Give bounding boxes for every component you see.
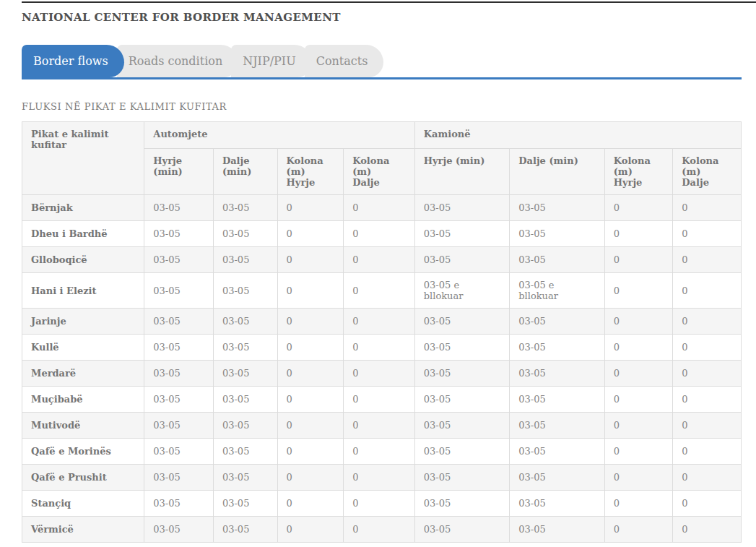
cell-value: 0 <box>344 335 415 361</box>
column-header-queue-entry: Kolona (m) Hyrje <box>277 149 344 195</box>
cell-value: 03-05 <box>414 361 509 387</box>
cell-value: 03-05 <box>144 195 214 221</box>
cell-value: 03-05 <box>144 335 214 361</box>
table-row: Qafë e Morinës03-0503-050003-0503-0500 <box>22 439 742 465</box>
crossing-point-name: Dheu i Bardhë <box>22 221 144 247</box>
table-row: Bërnjak03-0503-050003-0503-0500 <box>22 195 742 221</box>
cell-value: 0 <box>673 195 742 221</box>
cell-value: 03-05 <box>414 413 509 439</box>
cell-value: 0 <box>673 361 742 387</box>
cell-value: 03-05 <box>144 413 214 439</box>
cell-value: 03-05 <box>510 309 604 335</box>
tab-roads-condition[interactable]: Roads condition <box>117 45 239 77</box>
cell-value: 0 <box>277 439 344 465</box>
table-row: Mutivodë03-0503-050003-0503-0500 <box>22 413 742 439</box>
cell-value: 0 <box>277 273 344 309</box>
page-title: NATIONAL CENTER FOR BORDER MANAGEMENT <box>22 11 756 24</box>
crossing-point-name: Merdarë <box>22 361 144 387</box>
cell-value: 0 <box>344 465 415 491</box>
cell-value: 03-05 <box>213 387 277 413</box>
cell-value: 03-05 <box>414 465 509 491</box>
cell-value: 0 <box>673 335 742 361</box>
crossing-point-name: Qafë e Morinës <box>22 439 144 465</box>
cell-value: 03-05 <box>510 491 604 517</box>
cell-value: 0 <box>673 517 742 543</box>
table-body: Bërnjak03-0503-050003-0503-0500Dheu i Ba… <box>22 195 742 543</box>
table-row: Muçibabë03-0503-050003-0503-0500 <box>22 387 742 413</box>
column-header-queue-exit: Kolona (m) Dalje <box>344 149 415 195</box>
cell-value: 03-05 <box>213 335 277 361</box>
section-heading: FLUKSI NË PIKAT E KALIMIT KUFITAR <box>22 101 756 112</box>
cell-value: 0 <box>604 195 673 221</box>
cell-value: 03-05 <box>144 273 214 309</box>
cell-value: 03-05 <box>414 221 509 247</box>
group-header-vehicles: Automjete <box>144 122 414 149</box>
table-row: Jarinje03-0503-050003-0503-0500 <box>22 309 742 335</box>
crossing-point-name: Jarinje <box>22 309 144 335</box>
cell-value: 03-05 <box>414 517 509 543</box>
table-row: Vërmicë03-0503-050003-0503-0500 <box>22 517 742 543</box>
cell-value: 0 <box>344 361 415 387</box>
column-header-exit-min: Dalje (min) <box>213 149 277 195</box>
table-row: Kullë03-0503-050003-0503-0500 <box>22 335 742 361</box>
cell-value: 03-05 <box>510 517 604 543</box>
cell-value: 03-05 <box>144 221 214 247</box>
crossing-point-name: Muçibabë <box>22 387 144 413</box>
cell-value: 03-05 <box>144 439 214 465</box>
cell-value: 0 <box>673 273 742 309</box>
cell-value: 03-05 <box>213 413 277 439</box>
cell-value: 03-05 <box>414 309 509 335</box>
cell-value: 0 <box>673 221 742 247</box>
column-header-entry-min: Hyrje (min) <box>414 149 509 195</box>
cell-value: 03-05 <box>510 247 604 273</box>
cell-value: 0 <box>604 273 673 309</box>
group-header-trucks: Kamionë <box>414 122 741 149</box>
crossing-point-name: Hani i Elezit <box>22 273 144 309</box>
cell-value: 03-05 <box>414 439 509 465</box>
column-header-entry-min: Hyrje (min) <box>144 149 214 195</box>
table-row: Hani i Elezit03-0503-050003-05 e bllokua… <box>22 273 742 309</box>
cell-value: 0 <box>604 439 673 465</box>
tab-border-flows[interactable]: Border flows <box>22 45 124 77</box>
table-row: Qafë e Prushit03-0503-050003-0503-0500 <box>22 465 742 491</box>
cell-value: 0 <box>673 309 742 335</box>
cell-value: 0 <box>604 413 673 439</box>
cell-value: 03-05 <box>144 309 214 335</box>
cell-value: 03-05 <box>414 247 509 273</box>
cell-value: 0 <box>277 247 344 273</box>
table-row: Stançiq03-0503-050003-0503-0500 <box>22 491 742 517</box>
cell-value: 0 <box>673 491 742 517</box>
crossing-point-name: Bërnjak <box>22 195 144 221</box>
cell-value: 0 <box>604 361 673 387</box>
cell-value: 03-05 <box>213 465 277 491</box>
cell-value: 03-05 <box>510 439 604 465</box>
cell-value: 0 <box>277 221 344 247</box>
cell-value: 03-05 <box>144 491 214 517</box>
cell-value: 03-05 e bllokuar <box>414 273 509 309</box>
cell-value: 0 <box>344 247 415 273</box>
table-row: Merdarë03-0503-050003-0503-0500 <box>22 361 742 387</box>
cell-value: 03-05 <box>510 413 604 439</box>
crossing-point-name: Stançiq <box>22 491 144 517</box>
cell-value: 0 <box>344 387 415 413</box>
cell-value: 0 <box>344 195 415 221</box>
cell-value: 0 <box>604 221 673 247</box>
cell-value: 03-05 <box>144 247 214 273</box>
cell-value: 0 <box>604 491 673 517</box>
cell-value: 03-05 <box>144 465 214 491</box>
tab-contacts[interactable]: Contacts <box>305 45 384 77</box>
crossing-point-name: Vërmicë <box>22 517 144 543</box>
cell-value: 03-05 <box>510 335 604 361</box>
cell-value: 03-05 <box>213 361 277 387</box>
top-divider <box>22 1 756 3</box>
cell-value: 0 <box>344 439 415 465</box>
cell-value: 0 <box>344 491 415 517</box>
cell-value: 0 <box>344 309 415 335</box>
cell-value: 0 <box>604 465 673 491</box>
tab-njip-piu[interactable]: NJIP/PIU <box>231 45 311 77</box>
cell-value: 0 <box>277 465 344 491</box>
cell-value: 03-05 <box>414 491 509 517</box>
cell-value: 0 <box>673 439 742 465</box>
cell-value: 03-05 <box>510 361 604 387</box>
cell-value: 0 <box>604 309 673 335</box>
